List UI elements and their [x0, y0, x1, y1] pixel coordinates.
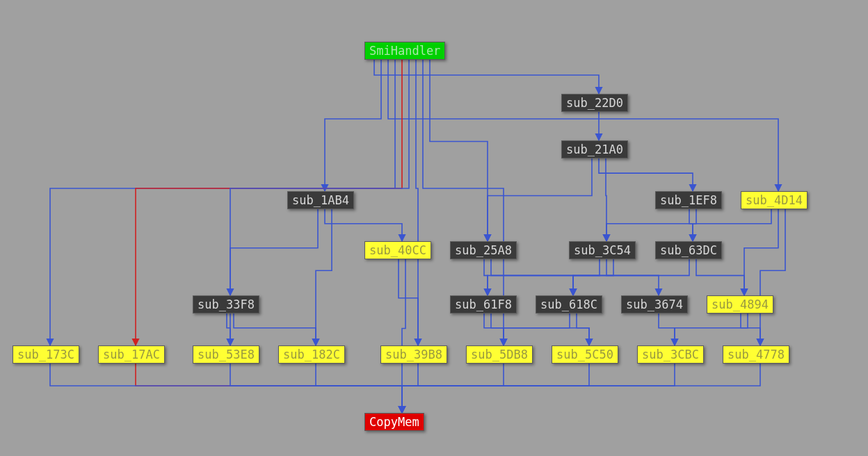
edge: [230, 209, 318, 295]
node-sub_21A0[interactable]: sub_21A0: [561, 140, 628, 158]
node-sub_3674[interactable]: sub_3674: [621, 295, 688, 314]
node-sub_618C[interactable]: sub_618C: [536, 295, 602, 314]
edge: [316, 364, 402, 413]
edge: [430, 60, 488, 241]
node-sub_53E8[interactable]: sub_53E8: [193, 345, 259, 364]
node-sub_17AC[interactable]: sub_17AC: [98, 345, 165, 364]
node-sub_39B8[interactable]: sub_39B8: [380, 345, 447, 364]
node-sub_5DB8[interactable]: sub_5DB8: [466, 345, 533, 364]
edge: [741, 314, 760, 345]
edge: [325, 209, 402, 241]
node-sub_63DC[interactable]: sub_63DC: [655, 241, 722, 259]
edge: [491, 314, 589, 345]
edge: [484, 314, 504, 345]
node-sub_182C[interactable]: sub_182C: [278, 345, 345, 364]
edge: [675, 314, 748, 345]
edge: [693, 209, 771, 241]
node-CopyMem[interactable]: CopyMem: [364, 413, 424, 431]
node-sub_3C54[interactable]: sub_3C54: [569, 241, 636, 259]
node-sub_33F8[interactable]: sub_33F8: [193, 295, 259, 314]
edge: [50, 364, 402, 413]
edge: [402, 364, 418, 413]
node-sub_22D0[interactable]: sub_22D0: [561, 94, 628, 112]
edge: [402, 364, 675, 413]
edge: [402, 364, 589, 413]
edge: [659, 314, 675, 345]
call-graph-edges: [0, 0, 868, 456]
node-sub_4D14[interactable]: sub_4D14: [741, 191, 807, 209]
node-sub_173C[interactable]: sub_173C: [13, 345, 79, 364]
edge: [388, 60, 778, 191]
edge: [744, 209, 778, 295]
edge: [504, 314, 570, 345]
node-sub_40CC[interactable]: sub_40CC: [364, 241, 431, 259]
edge: [325, 60, 381, 191]
edge: [402, 364, 504, 413]
node-sub_4894[interactable]: sub_4894: [707, 295, 773, 314]
node-SmiHandler[interactable]: SmiHandler: [364, 42, 445, 60]
node-sub_61F8[interactable]: sub_61F8: [450, 295, 517, 314]
edge: [760, 209, 785, 345]
edge: [573, 259, 689, 295]
edge: [606, 259, 659, 295]
edge: [599, 158, 693, 191]
node-sub_25A8[interactable]: sub_25A8: [450, 241, 517, 259]
edge: [577, 314, 589, 345]
edge: [696, 259, 744, 295]
node-sub_4778[interactable]: sub_4778: [723, 345, 789, 364]
edge: [573, 259, 600, 295]
node-sub_1EF8[interactable]: sub_1EF8: [655, 191, 722, 209]
edge: [374, 60, 599, 94]
edge: [136, 60, 402, 345]
node-sub_1AB4[interactable]: sub_1AB4: [287, 191, 354, 209]
node-sub_5C50[interactable]: sub_5C50: [552, 345, 618, 364]
edge: [606, 209, 696, 241]
node-sub_3CBC[interactable]: sub_3CBC: [637, 345, 704, 364]
edge: [234, 314, 316, 345]
edge: [136, 364, 402, 413]
edge: [488, 259, 613, 295]
edge: [402, 364, 760, 413]
